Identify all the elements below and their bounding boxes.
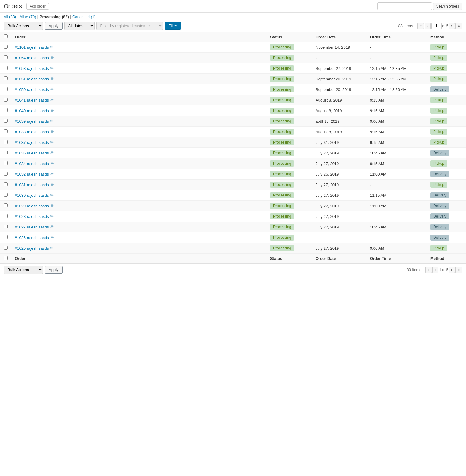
view-order-icon[interactable]: 👁 — [50, 108, 54, 113]
bulk-actions-select[interactable]: Bulk Actions — [4, 22, 43, 30]
status-badge: Processing — [270, 55, 294, 61]
apply-button-top[interactable]: Apply — [45, 22, 63, 30]
view-order-icon[interactable]: 👁 — [50, 161, 54, 166]
order-link[interactable]: #1028 rajesh sasds — [15, 214, 49, 219]
select-all-checkbox[interactable] — [4, 34, 8, 38]
order-link[interactable]: #1027 rajesh sasds — [15, 225, 49, 229]
order-link[interactable]: #1034 rajesh sasds — [15, 161, 49, 166]
view-order-icon[interactable]: 👁 — [50, 246, 54, 251]
add-order-button[interactable]: Add order — [26, 3, 49, 10]
tab-mine[interactable]: Mine (79) — [20, 14, 36, 20]
last-page-button-bottom[interactable]: » — [455, 267, 462, 273]
method-badge: Pickup — [430, 139, 447, 145]
order-link[interactable]: #1037 rajesh sasds — [15, 140, 49, 145]
bulk-actions-select-bottom[interactable]: Bulk Actions — [4, 266, 43, 274]
view-order-icon[interactable]: 👁 — [50, 55, 54, 60]
row-checkbox[interactable] — [4, 129, 8, 133]
tab-processing[interactable]: Processing (82) — [40, 14, 69, 20]
order-link[interactable]: #1051 rajesh sasds — [15, 77, 49, 81]
row-checkbox[interactable] — [4, 108, 8, 112]
view-order-icon[interactable]: 👁 — [50, 151, 54, 155]
order-link[interactable]: #1040 rajesh sasds — [15, 108, 49, 113]
order-link[interactable]: #1031 rajesh sasds — [15, 183, 49, 187]
row-checkbox[interactable] — [4, 161, 8, 165]
customer-filter-select[interactable]: Filter by registered customer — [96, 22, 163, 30]
view-order-icon[interactable]: 👁 — [50, 76, 54, 81]
row-checkbox[interactable] — [4, 151, 8, 154]
row-checkbox[interactable] — [4, 225, 8, 228]
order-link[interactable]: #1039 rajesh sasds — [15, 119, 49, 124]
order-link[interactable]: #1032 rajesh sasds — [15, 172, 49, 176]
view-order-icon[interactable]: 👁 — [50, 182, 54, 187]
view-order-icon[interactable]: 👁 — [50, 45, 54, 50]
next-page-button-bottom[interactable]: › — [449, 267, 455, 273]
row-checkbox[interactable] — [4, 214, 8, 218]
order-link[interactable]: #1050 rajesh sasds — [15, 87, 49, 92]
apply-button-bottom[interactable]: Apply — [45, 266, 63, 274]
row-checkbox[interactable] — [4, 87, 8, 91]
row-checkbox[interactable] — [4, 172, 8, 176]
row-checkbox[interactable] — [4, 182, 8, 186]
order-link[interactable]: #1035 rajesh sasds — [15, 151, 49, 155]
table-row: #1026 rajesh sasds 👁Processing--Delivery — [0, 232, 466, 243]
last-page-button[interactable]: » — [455, 23, 462, 29]
prev-page-button-bottom[interactable]: ‹ — [432, 267, 438, 273]
view-order-icon[interactable]: 👁 — [50, 140, 54, 145]
order-link[interactable]: #1041 rajesh sasds — [15, 98, 49, 102]
row-checkbox[interactable] — [4, 45, 8, 49]
view-order-icon[interactable]: 👁 — [50, 66, 54, 71]
row-checkbox[interactable] — [4, 119, 8, 123]
row-checkbox[interactable] — [4, 235, 8, 239]
search-orders-button[interactable]: Search orders — [433, 3, 462, 10]
page-number-input[interactable] — [431, 23, 442, 29]
order-link[interactable]: #1030 rajesh sasds — [15, 193, 49, 198]
order-link[interactable]: #1025 rajesh sasds — [15, 246, 49, 251]
order-date: - — [312, 232, 366, 243]
view-order-icon[interactable]: 👁 — [50, 225, 54, 229]
order-time: 11:15 AM — [366, 190, 427, 201]
row-checkbox[interactable] — [4, 98, 8, 102]
tab-all[interactable]: All (83) — [4, 14, 16, 20]
order-time: - — [366, 180, 427, 190]
search-input[interactable] — [377, 2, 432, 10]
order-link[interactable]: #1101 rajesh sasds — [15, 45, 49, 50]
order-date: July 31, 2019 — [312, 137, 366, 148]
method-badge: Pickup — [430, 97, 447, 103]
view-order-icon[interactable]: 👁 — [50, 87, 54, 92]
tab-cancelled[interactable]: Cancelled (1) — [72, 14, 95, 20]
view-order-icon[interactable]: 👁 — [50, 129, 54, 134]
table-row: #1039 rajesh sasds 👁Processingaoût 15, 2… — [0, 116, 466, 127]
method-badge: Delivery — [430, 171, 449, 177]
order-link[interactable]: #1026 rajesh sasds — [15, 235, 49, 240]
first-page-button[interactable]: « — [417, 23, 424, 29]
order-time: 12:15 AM - 12:20 AM — [366, 84, 427, 95]
order-link[interactable]: #1053 rajesh sasds — [15, 66, 49, 71]
dates-filter-select[interactable]: All dates — [64, 22, 95, 30]
view-order-icon[interactable]: 👁 — [50, 98, 54, 102]
order-link[interactable]: #1038 rajesh sasds — [15, 130, 49, 134]
row-checkbox[interactable] — [4, 203, 8, 207]
view-order-icon[interactable]: 👁 — [50, 119, 54, 124]
prev-page-button[interactable]: ‹ — [425, 23, 431, 29]
view-order-icon[interactable]: 👁 — [50, 214, 54, 219]
filter-button[interactable]: Filter — [165, 22, 181, 30]
view-order-icon[interactable]: 👁 — [50, 193, 54, 198]
row-checkbox[interactable] — [4, 140, 8, 144]
order-date: - — [312, 53, 366, 63]
view-order-icon[interactable]: 👁 — [50, 172, 54, 176]
status-badge: Processing — [270, 224, 294, 230]
select-all-checkbox-bottom[interactable] — [4, 256, 8, 260]
view-order-icon[interactable]: 👁 — [50, 203, 54, 208]
row-checkbox[interactable] — [4, 193, 8, 197]
status-badge: Processing — [270, 97, 294, 103]
first-page-button-bottom[interactable]: « — [425, 267, 432, 273]
row-checkbox[interactable] — [4, 66, 8, 70]
next-page-button[interactable]: › — [449, 23, 455, 29]
row-checkbox[interactable] — [4, 55, 8, 59]
view-order-icon[interactable]: 👁 — [50, 235, 54, 240]
order-link[interactable]: #1029 rajesh sasds — [15, 204, 49, 208]
row-checkbox[interactable] — [4, 76, 8, 80]
order-link[interactable]: #1054 rajesh sasds — [15, 56, 49, 60]
row-checkbox[interactable] — [4, 246, 8, 250]
status-badge: Processing — [270, 235, 294, 241]
